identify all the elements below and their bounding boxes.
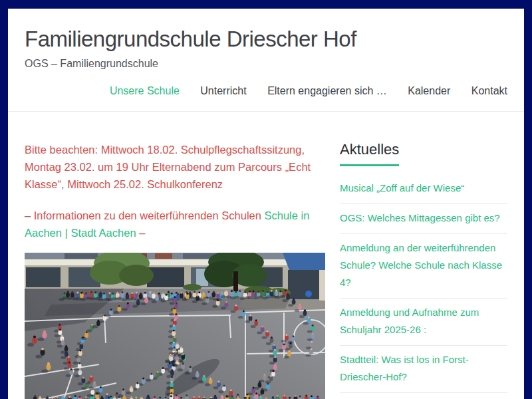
post-content: Bitte beachten: Mittwoch 18.02. Schulpfl… xyxy=(25,112,327,399)
notice-text: Bitte beachten: Mittwoch 18.02. Schulpfl… xyxy=(25,141,327,193)
post-link-musical[interactable]: Musical „Zoff auf der Wiese“ xyxy=(340,182,464,194)
school-website: { "site": { "title": "Familiengrundschul… xyxy=(0,0,532,399)
schoolyard-aerial-photo[interactable] xyxy=(25,253,325,399)
list-item: Musical „Zoff auf der Wiese“ xyxy=(340,174,507,204)
info-suffix: – xyxy=(136,227,146,239)
page-canvas: Familiengrundschule Driescher Hof OGS – … xyxy=(8,9,524,399)
main-navigation: Unsere Schule Unterricht Eltern engagier… xyxy=(25,85,507,111)
schoolyard-photo-graphic xyxy=(25,253,325,399)
nav-item-eltern-engagieren-sich[interactable]: Eltern engagieren sich … xyxy=(267,85,387,97)
site-tagline: OGS – Familiengrundschule xyxy=(25,58,507,70)
sidebar-heading-aktuelles: Aktuelles xyxy=(340,141,399,166)
info-prefix: – Informationen zu den weiterführenden S… xyxy=(25,209,265,221)
list-item: Anmeldung und Aufnahme zum Schuljahr 202… xyxy=(340,299,507,346)
post-link-ogs-mittagessen[interactable]: OGS: Welches Mittagessen gibt es? xyxy=(340,212,500,223)
post-link-anmeldung-aufnahme[interactable]: Anmeldung und Aufnahme zum Schuljahr 202… xyxy=(340,307,479,335)
sidebar: Aktuelles Musical „Zoff auf der Wiese“ O… xyxy=(340,112,507,399)
site-header: Familiengrundschule Driescher Hof OGS – … xyxy=(8,9,524,112)
nav-item-kontakt[interactable]: Kontakt xyxy=(471,85,507,97)
post-link-stadtteil[interactable]: Stadtteil: Was ist los in Forst-Driesche… xyxy=(340,354,469,382)
aktuelles-post-list: Musical „Zoff auf der Wiese“ OGS: Welche… xyxy=(340,174,507,393)
nav-item-unterricht[interactable]: Unterricht xyxy=(200,85,246,97)
info-line: – Informationen zu den weiterführenden S… xyxy=(25,207,327,241)
nav-item-unsere-schule[interactable]: Unsere Schule xyxy=(110,85,180,97)
site-title-link[interactable]: Familiengrundschule Driescher Hof xyxy=(25,27,356,51)
list-item: Anmeldung an der weiterführenden Schule?… xyxy=(340,234,507,299)
list-item: OGS: Welches Mittagessen gibt es? xyxy=(340,204,507,234)
list-item: Stadtteil: Was ist los in Forst-Driesche… xyxy=(340,346,507,393)
content-area: Bitte beachten: Mittwoch 18.02. Schulpfl… xyxy=(8,112,524,399)
site-title[interactable]: Familiengrundschule Driescher Hof xyxy=(25,9,507,51)
nav-item-kalender[interactable]: Kalender xyxy=(408,85,450,97)
post-link-anmeldung-weiterfuehrend[interactable]: Anmeldung an der weiterführenden Schule?… xyxy=(340,242,502,288)
